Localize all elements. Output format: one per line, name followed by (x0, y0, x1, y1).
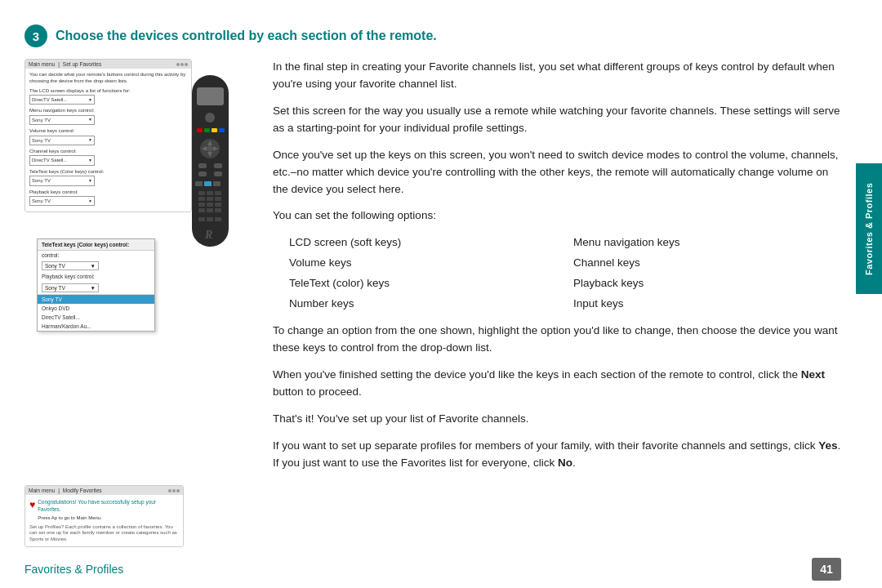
options-list: LCD screen (soft keys) Menu navigation k… (289, 234, 841, 313)
para5: To change an option from the one shown, … (273, 323, 841, 357)
screen2-dots (168, 489, 180, 492)
para7: That's it! You've set up your list of Fa… (273, 411, 841, 428)
playback-label: Playback keys control: (29, 189, 187, 195)
text-content: In the final step in creating your Favor… (273, 59, 841, 547)
svg-rect-32 (215, 208, 221, 212)
dropdown-popup: TeleText keys (Color keys) control: cont… (37, 238, 155, 332)
page-number: 41 (812, 558, 841, 581)
heart-icon: ♥ (29, 498, 35, 512)
dot2 (180, 63, 184, 66)
step-number: 3 (24, 24, 47, 47)
dropdown-option-1[interactable]: Sony TV (38, 295, 154, 304)
screen2-title: Modify Favorites (63, 488, 102, 493)
screen1-body: You can decide what your remote's button… (25, 69, 191, 212)
dropdown-option-4[interactable]: Harman/Kardon Au... (38, 322, 154, 331)
channel-label: Channel keys control: (29, 148, 187, 154)
para6: When you've finished setting the device … (273, 367, 841, 401)
para4: You can set the following options: (273, 207, 841, 225)
para8: If you want to set up separate profiles … (273, 438, 841, 472)
svg-rect-29 (215, 203, 221, 207)
para3: Once you've set up the keys on this scre… (273, 147, 841, 198)
teletext-select[interactable]: Sony TV (29, 176, 95, 185)
screen1-topbar: Main menu | Set up Favorites (25, 60, 191, 69)
profile-text: Set up Profiles? Each profile contains a… (29, 524, 179, 543)
screen1-separator: | (58, 61, 60, 67)
volume-field: Volume keys control: Sony TV (29, 127, 187, 145)
volume-select[interactable]: Sony TV (29, 136, 95, 145)
footer-link[interactable]: Favorites & Profiles (24, 563, 123, 576)
lcd-select[interactable]: DirecTV Satell... (29, 95, 95, 105)
lcd-label: The LCD screen displays a list of functi… (29, 87, 187, 94)
screen2-main-menu: Main menu (29, 488, 55, 493)
s2dot1 (168, 489, 172, 492)
screen1-dots (176, 63, 188, 66)
dropdown-arrow: ▼ (91, 263, 96, 269)
playback-select-box[interactable]: Sony TV ▼ (42, 283, 99, 292)
teletext-label: TeleText keys (Color keys) control: (29, 168, 187, 175)
svg-point-13 (207, 145, 213, 152)
para8-start: If you want to set up separate profiles … (273, 439, 818, 452)
option-1-col1: LCD screen (soft keys) (289, 234, 557, 252)
yes-bold: Yes (818, 439, 837, 452)
option-4-col1: Number keys (289, 296, 557, 313)
screen1-title: Set up Favorites (63, 61, 101, 67)
dot1 (176, 63, 180, 66)
svg-rect-23 (215, 191, 221, 195)
menu-label: Menu navigation keys control: (29, 107, 187, 114)
svg-rect-24 (198, 197, 205, 201)
screenshots-panel: Main menu | Set up Favorites You can dec… (24, 59, 253, 547)
svg-rect-18 (195, 181, 203, 186)
playback-selected: Sony TV (45, 285, 65, 291)
dropdown-label: control: (38, 251, 154, 260)
playback-select[interactable]: Sony TV (29, 196, 95, 206)
svg-rect-30 (198, 208, 205, 212)
dropdown-option-2[interactable]: Onkyo DVD (38, 304, 154, 313)
next-instruction: Press Ap to go to Main Menu. (38, 514, 179, 521)
svg-rect-5 (212, 128, 217, 132)
para1: In the final step in creating your Favor… (273, 59, 841, 93)
svg-rect-1 (197, 87, 224, 105)
dropdown-options: Sony TV Onkyo DVD DirecTV Satell... Harm… (38, 294, 154, 331)
volume-label: Volume keys control: (29, 127, 187, 134)
svg-rect-31 (207, 208, 213, 212)
option-3-col2: Playback keys (573, 275, 841, 292)
menu-select[interactable]: Sony TV (29, 115, 95, 125)
svg-rect-20 (213, 181, 220, 186)
svg-rect-25 (207, 197, 213, 201)
dot3 (185, 63, 188, 66)
svg-rect-34 (207, 217, 213, 221)
playback-arrow: ▼ (91, 285, 96, 291)
option-3-col1: TeleText (color) keys (289, 275, 557, 292)
screen2-separator: | (58, 488, 60, 493)
option-4-col2: Input keys (573, 296, 841, 313)
svg-rect-4 (204, 128, 210, 132)
svg-rect-22 (207, 191, 213, 195)
para2: Set this screen for the way you usually … (273, 103, 841, 137)
s2dot3 (176, 489, 180, 492)
screen2-body: ♥ Congratulations! You have successfully… (25, 495, 183, 546)
dropdown-option-3[interactable]: DirecTV Satell... (38, 313, 154, 322)
para8-end: . (572, 457, 576, 469)
teletext-field: TeleText keys (Color keys) control: Sony… (29, 168, 187, 186)
remote-control: R (184, 75, 237, 255)
svg-rect-16 (198, 172, 207, 176)
success-message: Congratulations! You have successfully s… (38, 498, 179, 513)
para6-end: button to proceed. (273, 385, 362, 398)
svg-rect-26 (215, 197, 221, 201)
step-header: 3 Choose the devices controlled by each … (24, 24, 841, 47)
dropdown-select-box[interactable]: Sony TV ▼ (42, 261, 99, 270)
svg-rect-33 (198, 217, 205, 221)
svg-rect-35 (215, 217, 221, 221)
channel-select[interactable]: DirecTV Satell... (29, 155, 95, 165)
screen-mockup-2: Main menu | Modify Favorites ♥ Congratul… (24, 485, 184, 547)
playback-header: Playback keys control: (38, 272, 154, 281)
svg-rect-21 (198, 191, 205, 195)
svg-rect-28 (207, 203, 213, 207)
dropdown-select-row: Sony TV ▼ (38, 260, 154, 272)
content-body: Main menu | Set up Favorites You can dec… (24, 59, 841, 547)
bottom-bar: Favorites & Profiles 41 (0, 550, 882, 588)
menu-nav-field: Menu navigation keys control: Sony TV (29, 107, 187, 125)
playback-field: Playback keys control: Sony TV (29, 189, 187, 207)
option-1-col2: Menu navigation keys (573, 234, 841, 252)
screen1-main-menu: Main menu (29, 61, 55, 67)
